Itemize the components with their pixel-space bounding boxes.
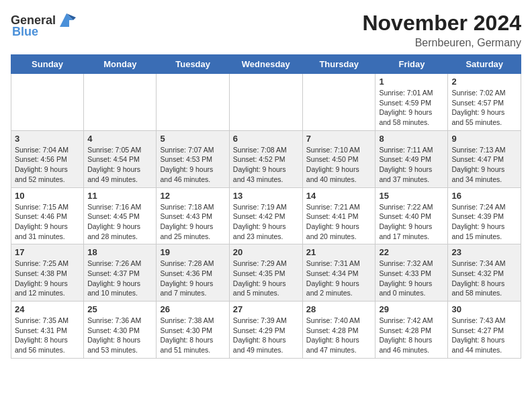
day-cell: 5Sunrise: 7:07 AMSunset: 4:53 PMDaylight… (157, 130, 229, 187)
day-info: Sunrise: 7:16 AMSunset: 4:45 PMDaylight:… (87, 202, 152, 242)
day-number: 1 (379, 77, 444, 87)
location-title: Bernbeuren, Germany (362, 37, 521, 49)
day-number: 21 (306, 247, 372, 257)
day-cell: 8Sunrise: 7:11 AMSunset: 4:49 PMDaylight… (375, 130, 448, 187)
day-number: 13 (233, 191, 299, 201)
day-cell: 21Sunrise: 7:31 AMSunset: 4:34 PMDayligh… (302, 244, 375, 302)
day-cell: 7Sunrise: 7:10 AMSunset: 4:50 PMDaylight… (302, 130, 375, 187)
week-row-3: 17Sunrise: 7:25 AMSunset: 4:38 PMDayligh… (11, 244, 521, 302)
day-info: Sunrise: 7:28 AMSunset: 4:36 PMDaylight:… (160, 259, 225, 298)
month-title: November 2024 (362, 11, 521, 36)
day-info: Sunrise: 7:24 AMSunset: 4:39 PMDaylight:… (451, 202, 517, 242)
day-number: 10 (15, 191, 80, 201)
day-cell (157, 74, 229, 131)
day-info: Sunrise: 7:04 AMSunset: 4:56 PMDaylight:… (15, 145, 80, 185)
day-info: Sunrise: 7:42 AMSunset: 4:28 PMDaylight:… (379, 316, 444, 355)
day-cell: 29Sunrise: 7:42 AMSunset: 4:28 PMDayligh… (375, 302, 448, 359)
logo-icon (57, 11, 76, 30)
day-info: Sunrise: 7:19 AMSunset: 4:42 PMDaylight:… (233, 202, 299, 242)
day-number: 15 (379, 191, 444, 201)
day-number: 25 (87, 304, 152, 314)
day-cell (84, 74, 157, 131)
day-number: 3 (15, 134, 80, 144)
week-row-0: 1Sunrise: 7:01 AMSunset: 4:59 PMDaylight… (11, 74, 521, 131)
day-info: Sunrise: 7:25 AMSunset: 4:38 PMDaylight:… (15, 259, 80, 298)
logo-blue: Blue (12, 26, 38, 38)
header-day-wednesday: Wednesday (229, 55, 302, 74)
day-info: Sunrise: 7:07 AMSunset: 4:53 PMDaylight:… (160, 145, 225, 185)
day-cell: 11Sunrise: 7:16 AMSunset: 4:45 PMDayligh… (84, 187, 157, 244)
day-cell: 19Sunrise: 7:28 AMSunset: 4:36 PMDayligh… (157, 244, 229, 302)
day-cell: 6Sunrise: 7:08 AMSunset: 4:52 PMDaylight… (229, 130, 302, 187)
day-cell: 2Sunrise: 7:02 AMSunset: 4:57 PMDaylight… (448, 74, 521, 131)
day-number: 29 (379, 304, 444, 314)
day-info: Sunrise: 7:21 AMSunset: 4:41 PMDaylight:… (306, 202, 372, 242)
day-info: Sunrise: 7:36 AMSunset: 4:30 PMDaylight:… (87, 316, 152, 355)
day-cell: 12Sunrise: 7:18 AMSunset: 4:43 PMDayligh… (157, 187, 229, 244)
day-cell: 10Sunrise: 7:15 AMSunset: 4:46 PMDayligh… (11, 187, 84, 244)
header-day-friday: Friday (375, 55, 448, 74)
day-cell: 20Sunrise: 7:29 AMSunset: 4:35 PMDayligh… (229, 244, 302, 302)
day-number: 19 (160, 247, 225, 257)
day-info: Sunrise: 7:31 AMSunset: 4:34 PMDaylight:… (306, 259, 372, 298)
day-number: 6 (233, 134, 299, 144)
day-cell: 1Sunrise: 7:01 AMSunset: 4:59 PMDaylight… (375, 74, 448, 131)
day-cell: 28Sunrise: 7:40 AMSunset: 4:28 PMDayligh… (302, 302, 375, 359)
calendar: SundayMondayTuesdayWednesdayThursdayFrid… (11, 54, 521, 359)
day-number: 24 (15, 304, 80, 314)
day-info: Sunrise: 7:40 AMSunset: 4:28 PMDaylight:… (306, 316, 372, 355)
day-number: 17 (15, 247, 80, 257)
week-row-2: 10Sunrise: 7:15 AMSunset: 4:46 PMDayligh… (11, 187, 521, 244)
day-number: 20 (233, 247, 299, 257)
header-day-tuesday: Tuesday (157, 55, 229, 74)
header-day-monday: Monday (84, 55, 157, 74)
day-info: Sunrise: 7:35 AMSunset: 4:31 PMDaylight:… (15, 316, 80, 355)
header-row: SundayMondayTuesdayWednesdayThursdayFrid… (11, 55, 521, 74)
day-info: Sunrise: 7:29 AMSunset: 4:35 PMDaylight:… (233, 259, 299, 298)
day-cell: 13Sunrise: 7:19 AMSunset: 4:42 PMDayligh… (229, 187, 302, 244)
day-info: Sunrise: 7:13 AMSunset: 4:47 PMDaylight:… (451, 145, 517, 185)
day-info: Sunrise: 7:34 AMSunset: 4:32 PMDaylight:… (451, 259, 517, 298)
logo: General Blue (11, 11, 76, 38)
day-info: Sunrise: 7:38 AMSunset: 4:30 PMDaylight:… (160, 316, 225, 355)
day-info: Sunrise: 7:08 AMSunset: 4:52 PMDaylight:… (233, 145, 299, 185)
day-number: 22 (379, 247, 444, 257)
day-number: 9 (451, 134, 517, 144)
day-number: 27 (233, 304, 299, 314)
day-info: Sunrise: 7:01 AMSunset: 4:59 PMDaylight:… (379, 88, 444, 128)
day-info: Sunrise: 7:10 AMSunset: 4:50 PMDaylight:… (306, 145, 372, 185)
day-info: Sunrise: 7:43 AMSunset: 4:27 PMDaylight:… (451, 316, 517, 355)
day-number: 12 (160, 191, 225, 201)
day-number: 5 (160, 134, 225, 144)
day-number: 23 (451, 247, 517, 257)
day-cell: 9Sunrise: 7:13 AMSunset: 4:47 PMDaylight… (448, 130, 521, 187)
day-info: Sunrise: 7:22 AMSunset: 4:40 PMDaylight:… (379, 202, 444, 242)
day-cell: 17Sunrise: 7:25 AMSunset: 4:38 PMDayligh… (11, 244, 84, 302)
day-number: 26 (160, 304, 225, 314)
day-info: Sunrise: 7:05 AMSunset: 4:54 PMDaylight:… (87, 145, 152, 185)
day-cell: 24Sunrise: 7:35 AMSunset: 4:31 PMDayligh… (11, 302, 84, 359)
header-day-sunday: Sunday (11, 55, 84, 74)
day-cell (11, 74, 84, 131)
title-area: November 2024 Bernbeuren, Germany (362, 11, 521, 49)
header-day-thursday: Thursday (302, 55, 375, 74)
day-cell: 15Sunrise: 7:22 AMSunset: 4:40 PMDayligh… (375, 187, 448, 244)
header-day-saturday: Saturday (448, 55, 521, 74)
day-info: Sunrise: 7:39 AMSunset: 4:29 PMDaylight:… (233, 316, 299, 355)
day-cell (302, 74, 375, 131)
day-number: 2 (451, 77, 517, 87)
day-info: Sunrise: 7:02 AMSunset: 4:57 PMDaylight:… (451, 88, 517, 128)
day-number: 30 (451, 304, 517, 314)
day-cell: 25Sunrise: 7:36 AMSunset: 4:30 PMDayligh… (84, 302, 157, 359)
day-cell (229, 74, 302, 131)
day-info: Sunrise: 7:18 AMSunset: 4:43 PMDaylight:… (160, 202, 225, 242)
day-info: Sunrise: 7:11 AMSunset: 4:49 PMDaylight:… (379, 145, 444, 185)
day-cell: 23Sunrise: 7:34 AMSunset: 4:32 PMDayligh… (448, 244, 521, 302)
day-cell: 27Sunrise: 7:39 AMSunset: 4:29 PMDayligh… (229, 302, 302, 359)
day-cell: 30Sunrise: 7:43 AMSunset: 4:27 PMDayligh… (448, 302, 521, 359)
day-number: 7 (306, 134, 372, 144)
header: General Blue November 2024 Bernbeuren, G… (11, 11, 521, 49)
day-number: 14 (306, 191, 372, 201)
day-number: 11 (87, 191, 152, 201)
day-number: 16 (451, 191, 517, 201)
